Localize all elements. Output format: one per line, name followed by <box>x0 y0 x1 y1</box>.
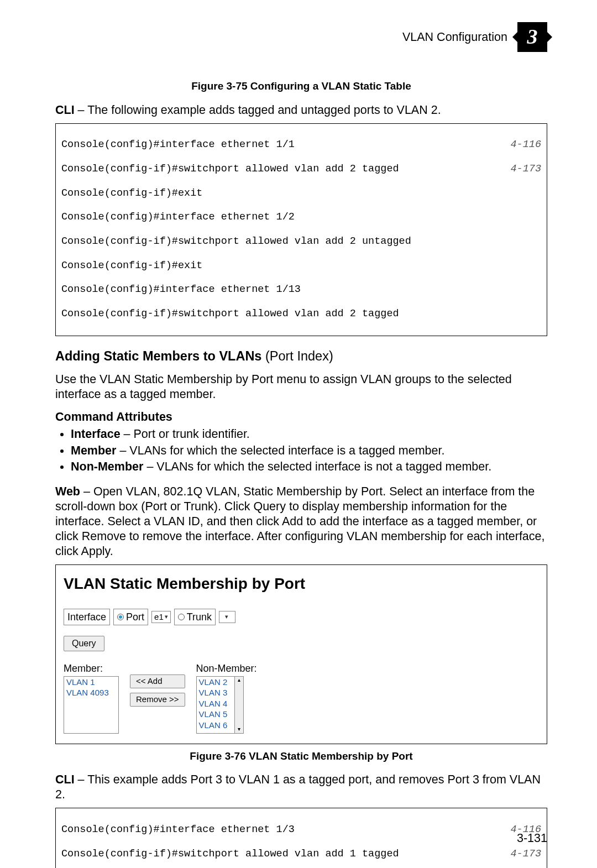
nonmember-column: Non-Member: VLAN 2 VLAN 3 VLAN 4 VLAN 5 … <box>196 662 257 734</box>
transfer-buttons: << Add Remove >> <box>130 674 185 707</box>
web-b: Web <box>55 485 80 498</box>
chapter-badge: 3 <box>517 22 547 52</box>
section-heading-light: (Port Index) <box>261 349 333 363</box>
section-intro: Use the VLAN Static Membership by Port m… <box>55 372 547 402</box>
member-listbox[interactable]: VLAN 1 VLAN 4093 <box>64 676 119 734</box>
port-radio-icon[interactable] <box>117 614 124 620</box>
member-column: Member: VLAN 1 VLAN 4093 <box>64 662 119 734</box>
nonmember-item[interactable]: VLAN 3 <box>197 687 234 698</box>
cli1-l2: Console(config-if)#exit <box>61 187 541 200</box>
cli1-l1: Console(config-if)#switchport allowed vl… <box>61 163 499 175</box>
membership-lists: Member: VLAN 1 VLAN 4093 << Add Remove >… <box>64 662 539 734</box>
interface-label: Interface <box>67 611 106 624</box>
cli1-l3: Console(config)#interface ethernet 1/2 <box>61 211 541 223</box>
add-button[interactable]: << Add <box>130 674 185 688</box>
scroll-up-icon[interactable]: ▴ <box>238 677 240 684</box>
cli1-l0: Console(config)#interface ethernet 1/1 <box>61 139 499 151</box>
attr-member: Member – VLANs for which the selected in… <box>71 443 547 458</box>
cmd-attr-list: Interface – Port or trunk identifier. Me… <box>55 427 547 475</box>
cli2-l1: Console(config-if)#switchport allowed vl… <box>61 848 499 860</box>
cli1-r1: 4-173 <box>499 163 541 175</box>
chevron-down-icon: ▾ <box>165 613 168 621</box>
web-r: – Open VLAN, 802.1Q VLAN, Static Members… <box>55 485 545 558</box>
webshot-title: VLAN Static Membership by Port <box>64 574 539 593</box>
cli1-r0: 4-116 <box>499 139 541 151</box>
webshot-vlan-static-membership: VLAN Static Membership by Port Interface… <box>55 564 547 744</box>
cmd-attr-heading: Command Attributes <box>55 410 547 425</box>
interface-row: Interface Port e1 ▾ Trunk ▾ <box>64 609 539 626</box>
cli1-l6: Console(config)#interface ethernet 1/13 <box>61 284 541 296</box>
attr-member-b: Member <box>71 444 116 457</box>
cli1-intro-bold: CLI <box>55 103 75 117</box>
attr-nonmember-b: Non-Member <box>71 460 143 473</box>
attr-interface-r: – Port or trunk identifier. <box>121 427 250 441</box>
attr-interface: Interface – Port or trunk identifier. <box>71 427 547 442</box>
nonmember-listbox[interactable]: VLAN 2 VLAN 3 VLAN 4 VLAN 5 VLAN 6 <box>196 676 235 734</box>
section-heading: Adding Static Members to VLANs (Port Ind… <box>55 348 547 364</box>
trunk-select-value <box>222 612 224 623</box>
trunk-radio-label: Trunk <box>187 611 212 624</box>
web-paragraph: Web – Open VLAN, 802.1Q VLAN, Static Mem… <box>55 484 547 558</box>
port-radio-label: Port <box>126 611 144 624</box>
figure-76-caption: Figure 3-76 VLAN Static Membership by Po… <box>55 750 547 763</box>
scroll-down-icon[interactable]: ▾ <box>238 726 240 733</box>
figure-75-caption: Figure 3-75 Configuring a VLAN Static Ta… <box>55 80 547 93</box>
port-select-value: e1 <box>154 612 164 623</box>
trunk-select[interactable]: ▾ <box>219 611 235 624</box>
attr-nonmember-r: – VLANs for which the selected interface… <box>143 460 491 473</box>
cli1-intro-rest: – The following example adds tagged and … <box>75 103 441 117</box>
chapter-number: 3 <box>527 24 538 50</box>
member-label: Member: <box>64 662 119 675</box>
remove-button[interactable]: Remove >> <box>130 693 185 707</box>
attr-member-r: – VLANs for which the selected interface… <box>116 444 444 457</box>
port-radio-cell[interactable]: Port <box>113 609 148 626</box>
chevron-down-icon: ▾ <box>225 613 228 621</box>
cli1-l7: Console(config-if)#switchport allowed vl… <box>61 308 541 320</box>
interface-label-cell: Interface <box>64 609 110 626</box>
cli2-code: Console(config)#interface ethernet 1/34-… <box>55 808 547 868</box>
nonmember-item[interactable]: VLAN 5 <box>197 709 234 720</box>
header-title: VLAN Configuration <box>402 30 507 45</box>
cli2-intro-bold: CLI <box>55 773 75 786</box>
query-button[interactable]: Query <box>64 636 104 651</box>
page-number: 3-131 <box>517 831 547 846</box>
trunk-radio-icon[interactable] <box>178 614 185 620</box>
cli2-intro: CLI – This example adds Port 3 to VLAN 1… <box>55 772 547 802</box>
nonmember-item[interactable]: VLAN 4 <box>197 698 234 709</box>
cli1-intro: CLI – The following example adds tagged … <box>55 103 547 118</box>
member-item[interactable]: VLAN 4093 <box>64 687 118 698</box>
scrollbar[interactable]: ▴ ▾ <box>235 676 244 734</box>
section-heading-bold: Adding Static Members to VLANs <box>55 349 261 363</box>
cli2-r1: 4-173 <box>499 848 541 860</box>
cli2-l0: Console(config)#interface ethernet 1/3 <box>61 824 499 836</box>
page-header: VLAN Configuration 3 <box>55 22 547 52</box>
cli1-l4: Console(config-if)#switchport allowed vl… <box>61 236 541 248</box>
nonmember-item[interactable]: VLAN 2 <box>197 677 234 688</box>
cli2-intro-rest: – This example adds Port 3 to VLAN 1 as … <box>55 773 541 801</box>
cli1-l5: Console(config-if)#exit <box>61 260 541 272</box>
cli1-code: Console(config)#interface ethernet 1/14-… <box>55 123 547 336</box>
attr-nonmember: Non-Member – VLANs for which the selecte… <box>71 459 547 474</box>
trunk-radio-cell[interactable]: Trunk <box>174 609 216 626</box>
nonmember-label: Non-Member: <box>196 662 257 675</box>
nonmember-scroll: VLAN 2 VLAN 3 VLAN 4 VLAN 5 VLAN 6 ▴ ▾ <box>196 676 257 734</box>
member-item[interactable]: VLAN 1 <box>64 677 118 688</box>
port-select[interactable]: e1 ▾ <box>151 611 171 624</box>
attr-interface-b: Interface <box>71 427 121 441</box>
nonmember-item[interactable]: VLAN 6 <box>197 720 234 731</box>
